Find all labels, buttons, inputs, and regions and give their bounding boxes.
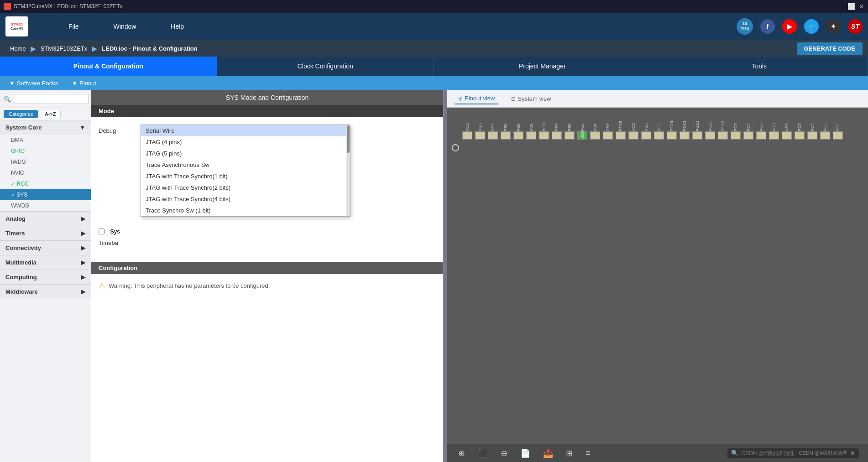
subtab-software-packs[interactable]: ▼ Software Packs — [9, 80, 58, 87]
tab-tools[interactable]: Tools — [651, 57, 868, 76]
sidebar-section-timers-header[interactable]: Timers ▶ — [0, 226, 91, 240]
pin-pg13: PG13 — [678, 109, 691, 140]
main-config-panel: SYS Mode and Configuration Mode Debug Se… — [91, 90, 444, 462]
dropdown-option-jtag5[interactable]: JTAG (5 pins) — [141, 148, 350, 159]
debug-label: Debug — [99, 127, 135, 134]
st-logo-icon[interactable]: ST — [848, 19, 863, 34]
breadcrumb-file[interactable]: LED0.ioc - Pinout & Configuration — [97, 45, 202, 52]
breadcrumb: Home ▶ STM32F103ZETx ▶ LED0.ioc - Pinout… — [0, 40, 868, 57]
pin-pd6: PD6 — [755, 109, 768, 140]
maximize-button[interactable]: ⬜ — [847, 3, 855, 10]
menu-file[interactable]: File — [65, 21, 83, 32]
chevron-right-icon3: ▶ — [81, 244, 85, 251]
dropdown-option-jtag-synchro4[interactable]: JTAG with Trace Synchro(4 bits) — [141, 193, 350, 205]
pin-vss3: VSS — [780, 109, 793, 140]
sidebar-item-dma[interactable]: DMA — [0, 135, 91, 145]
twitter-icon[interactable]: 🐦 — [804, 19, 819, 34]
sidebar-item-sys[interactable]: ✓ SYS — [0, 189, 91, 200]
filter-az-button[interactable]: A->Z — [40, 110, 61, 118]
sidebar-section-computing-header[interactable]: Computing ▶ — [0, 270, 91, 284]
network-icon[interactable]: ✦ — [826, 19, 841, 34]
pin-pg15: PG15 — [614, 109, 627, 140]
pin-pb6: PB6 — [563, 109, 576, 140]
toolbar-close-icon[interactable]: ✕ — [850, 450, 855, 457]
menubar: STM32 CubeMX File Window Help 10YRS f ▶ … — [0, 13, 868, 40]
dropdown-option-serial-wire[interactable]: Serial Wire — [141, 125, 350, 136]
dropdown-option-jtag-synchro2[interactable]: JTAG with Trace Synchro(2 bits) — [141, 182, 350, 193]
sidebar-section-multimedia-header[interactable]: Multimedia ▶ — [0, 255, 91, 270]
close-button[interactable]: ✕ — [859, 3, 864, 10]
pin-pe0: PE0 — [499, 109, 512, 140]
sys-checkbox[interactable] — [99, 228, 105, 234]
chip-area: VDD VSS PE1 PE0 PB8 PB9 BOO PB7 PB6 PE5 … — [447, 108, 868, 444]
sidebar-item-gpio[interactable]: GPIO — [0, 145, 91, 156]
filter-categories-button[interactable]: Categories — [4, 110, 38, 118]
grid-icon[interactable]: ⊞ — [564, 446, 575, 460]
system-view-icon: ⊟ — [511, 96, 516, 102]
pin-pd2: PD2 — [831, 109, 844, 140]
chevron-right-icon2: ▶ — [81, 230, 85, 237]
youtube-icon[interactable]: ▶ — [782, 19, 797, 34]
warning-text: Warning: This peripheral has no paramete… — [109, 282, 270, 289]
minimize-button[interactable]: — — [837, 3, 844, 10]
sidebar-section-system-core-header[interactable]: System Core ▼ — [0, 120, 91, 135]
pin-pg12: PG12 — [691, 109, 704, 140]
menu-window[interactable]: Window — [110, 21, 140, 32]
dropdown-option-jtag4[interactable]: JTAG (4 pins) — [141, 136, 350, 148]
sidebar-item-wwdg[interactable]: WWDG — [0, 200, 91, 211]
tab-pinout-config[interactable]: Pinout & Configuration — [0, 57, 217, 76]
sidebar-search-area: 🔍 ⚙ — [0, 90, 91, 108]
tab-project-manager[interactable]: Project Manager — [434, 57, 651, 76]
breadcrumb-sep1: ▶ — [31, 44, 36, 53]
subtab-pinout[interactable]: ▼ Pinout — [72, 80, 96, 87]
menu-help[interactable]: Help — [167, 21, 188, 32]
mode-section-header: Mode — [91, 105, 443, 117]
sidebar-item-iwdg[interactable]: IWDG — [0, 156, 91, 167]
dropdown-option-trace-async[interactable]: Trace Asynchronous Sw — [141, 159, 350, 171]
sidebar-section-connectivity-header[interactable]: Connectivity ▶ — [0, 241, 91, 255]
timebase-row: Timeba — [99, 239, 436, 246]
dropdown-scrollbar[interactable] — [346, 125, 350, 216]
sidebar-section-analog: Analog ▶ — [0, 212, 91, 226]
chevron-right-icon5: ▶ — [81, 274, 85, 280]
dropdown-option-trace-synchro[interactable]: Trace Synchro Sw (1 bit) — [141, 205, 350, 216]
list-icon[interactable]: ≡ — [584, 446, 592, 460]
sidebar-item-nvic[interactable]: NVIC — [0, 167, 91, 178]
export-icon1[interactable]: 📄 — [518, 446, 532, 460]
pin-vdd1: VDD — [461, 109, 474, 140]
system-view-tab[interactable]: ⊟ System view — [507, 93, 554, 104]
pin-pg11: PG11 — [704, 109, 716, 140]
chevron-right-icon4: ▶ — [81, 259, 85, 266]
generate-code-button[interactable]: GENERATE CODE — [797, 42, 863, 55]
watermark-text: CSDN @#我们来治理 — [799, 450, 847, 457]
chip-orientation-marker — [452, 144, 459, 151]
fit-view-icon[interactable]: ⬛ — [476, 446, 490, 460]
warning-box: ⚠ Warning: This peripheral has no parame… — [91, 274, 443, 297]
chip-panel: ⊞ Pinout view ⊟ System view VDD VSS PE1 … — [447, 90, 868, 462]
zoom-out-icon[interactable]: ⊖ — [499, 446, 509, 460]
config-section-header: Configuration — [91, 262, 443, 274]
search-input[interactable] — [14, 94, 89, 104]
sidebar-section-analog-header[interactable]: Analog ▶ — [0, 212, 91, 226]
check-icon2: ✓ — [11, 192, 15, 197]
tab-clock-config[interactable]: Clock Configuration — [217, 57, 434, 76]
pin-vdd3: VDD — [768, 109, 780, 140]
export-icon2[interactable]: 📤 — [541, 446, 555, 460]
toolbar-search-input[interactable] — [741, 450, 796, 457]
pin-pd3: PD3 — [819, 109, 831, 140]
dropdown-option-jtag-synchro1[interactable]: JTAG with Trace Synchro(1 bit) — [141, 171, 350, 182]
sidebar-item-rcc[interactable]: ✓ RCC — [0, 178, 91, 189]
sidebar-section-middleware-header[interactable]: Middleware ▶ — [0, 285, 91, 299]
breadcrumb-device[interactable]: STM32F103ZETx — [36, 45, 92, 52]
pin-boo: BOO — [538, 109, 550, 140]
sidebar-section-multimedia: Multimedia ▶ — [0, 255, 91, 270]
zoom-in-icon[interactable]: ⊕ — [456, 446, 467, 460]
mode-content: Debug Serial Wire Serial Wire JTAG (4 pi… — [91, 117, 443, 258]
titlebar-title: STM32CubeMX LED0.ioc: STM32F103ZETx — [14, 3, 123, 10]
panel-divider[interactable] — [444, 90, 447, 462]
menu-items: File Window Help — [37, 21, 737, 32]
facebook-icon[interactable]: f — [760, 19, 775, 34]
breadcrumb-home[interactable]: Home — [5, 45, 31, 52]
pinout-view-tab[interactable]: ⊞ Pinout view — [455, 93, 498, 104]
pin-pg10: PG10 — [716, 109, 729, 140]
